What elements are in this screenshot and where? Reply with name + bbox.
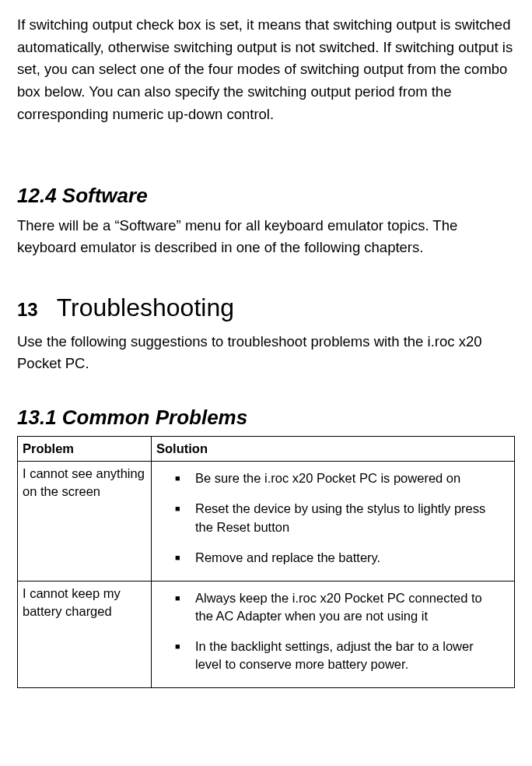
text-12-4: There will be a “Software” menu for all … <box>17 215 515 259</box>
solution-item: Be sure the i.roc x20 Pocket PC is power… <box>180 469 503 487</box>
heading-13-title: Troubleshooting <box>57 289 234 328</box>
table-row: I cannot see anything on the screen Be s… <box>18 462 515 581</box>
solution-cell: Always keep the i.roc x20 Pocket PC conn… <box>152 581 515 687</box>
solution-item: In the backlight settings, adjust the ba… <box>180 638 503 673</box>
heading-13-1-common-problems: 13.1 Common Problems <box>17 402 515 433</box>
common-problems-table: Problem Solution I cannot see anything o… <box>17 436 515 688</box>
table-header-row: Problem Solution <box>18 437 515 462</box>
heading-13-number: 13 <box>17 295 38 324</box>
col-header-solution: Solution <box>152 437 515 462</box>
table-row: I cannot keep my battery charged Always … <box>18 581 515 687</box>
solution-item: Always keep the i.roc x20 Pocket PC conn… <box>180 589 503 625</box>
problem-cell: I cannot see anything on the screen <box>18 462 152 581</box>
intro-paragraph: If switching output check box is set, it… <box>17 14 515 125</box>
col-header-problem: Problem <box>18 437 152 462</box>
heading-12-4-software: 12.4 Software <box>17 180 515 211</box>
solution-item: Remove and replace the battery. <box>180 549 503 567</box>
heading-13-troubleshooting: 13 Troubleshooting <box>17 289 515 328</box>
solution-item: Reset the device by using the stylus to … <box>180 500 503 536</box>
text-13: Use the following suggestions to trouble… <box>17 331 515 375</box>
problem-cell: I cannot keep my battery charged <box>18 581 152 687</box>
solution-cell: Be sure the i.roc x20 Pocket PC is power… <box>152 462 515 581</box>
